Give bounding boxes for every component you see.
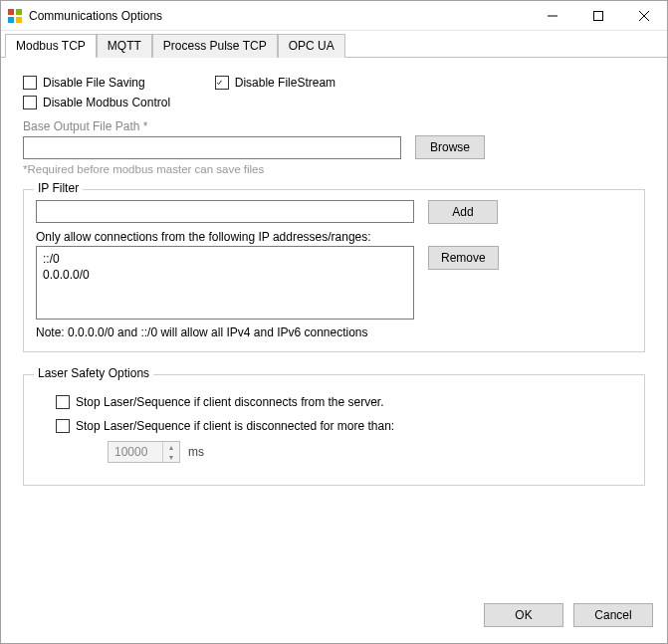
ip-filter-group: IP Filter Add Only allow connections fro… xyxy=(23,189,645,352)
ip-entry[interactable]: ::/0 xyxy=(43,251,407,267)
ip-filter-legend: IP Filter xyxy=(34,181,83,195)
remove-ip-button[interactable]: Remove xyxy=(428,246,499,270)
svg-rect-2 xyxy=(8,17,14,23)
base-output-hint: *Required before modbus master can save … xyxy=(23,163,645,175)
spinner-up-icon[interactable]: ▲ xyxy=(163,442,179,452)
add-ip-button[interactable]: Add xyxy=(428,200,498,224)
tab-mqtt[interactable]: MQTT xyxy=(97,34,152,58)
dialog-buttons: OK Cancel xyxy=(1,597,667,643)
ip-list-label: Only allow connections from the followin… xyxy=(36,230,632,244)
maximize-button[interactable] xyxy=(575,1,621,31)
ip-filter-input[interactable] xyxy=(36,200,414,223)
disable-filestream-checkbox[interactable] xyxy=(215,76,229,90)
disable-modbus-control-checkbox[interactable] xyxy=(23,96,37,109)
timeout-unit-label: ms xyxy=(188,445,204,459)
stop-on-disconnect-label: Stop Laser/Sequence if client disconnect… xyxy=(76,395,384,409)
ip-filter-note: Note: 0.0.0.0/0 and ::/0 will allow all … xyxy=(36,325,632,339)
timeout-spinner[interactable]: ▲ ▼ xyxy=(108,441,180,463)
tab-process-pulse-tcp[interactable]: Process Pulse TCP xyxy=(152,34,278,58)
tab-opc-ua[interactable]: OPC UA xyxy=(278,34,345,58)
base-output-input[interactable] xyxy=(23,136,401,159)
ip-entry[interactable]: 0.0.0.0/0 xyxy=(43,267,407,283)
laser-safety-group: Laser Safety Options Stop Laser/Sequence… xyxy=(23,374,645,486)
close-button[interactable] xyxy=(621,1,667,31)
svg-rect-0 xyxy=(8,9,14,15)
ip-list[interactable]: ::/0 0.0.0.0/0 xyxy=(36,246,414,320)
disable-filestream-label: Disable FileStream xyxy=(235,76,335,90)
window: Communications Options Modbus TCP MQTT P… xyxy=(0,0,668,644)
minimize-button[interactable] xyxy=(530,1,575,31)
tab-modbus-tcp[interactable]: Modbus TCP xyxy=(5,34,97,58)
titlebar: Communications Options xyxy=(1,1,667,31)
app-icon xyxy=(7,8,23,24)
base-output-label: Base Output File Path * xyxy=(23,119,645,133)
stop-on-timeout-label: Stop Laser/Sequence if client is disconn… xyxy=(76,419,394,433)
browse-button[interactable]: Browse xyxy=(415,135,485,159)
timeout-value-input[interactable] xyxy=(109,442,162,462)
stop-on-disconnect-checkbox[interactable] xyxy=(56,395,70,409)
stop-on-timeout-checkbox[interactable] xyxy=(56,419,70,433)
tab-panel-modbus: Disable File Saving Disable FileStream D… xyxy=(1,58,667,597)
spinner-down-icon[interactable]: ▼ xyxy=(163,452,179,462)
disable-file-saving-checkbox[interactable] xyxy=(23,76,37,90)
cancel-button[interactable]: Cancel xyxy=(573,603,653,627)
disable-file-saving-label: Disable File Saving xyxy=(43,76,145,90)
laser-safety-legend: Laser Safety Options xyxy=(34,366,153,380)
ok-button[interactable]: OK xyxy=(484,603,563,627)
svg-rect-5 xyxy=(594,11,603,20)
svg-rect-3 xyxy=(16,17,22,23)
svg-rect-1 xyxy=(16,9,22,15)
disable-modbus-control-label: Disable Modbus Control xyxy=(43,96,170,109)
window-title: Communications Options xyxy=(29,9,530,23)
tab-strip: Modbus TCP MQTT Process Pulse TCP OPC UA xyxy=(1,33,667,58)
